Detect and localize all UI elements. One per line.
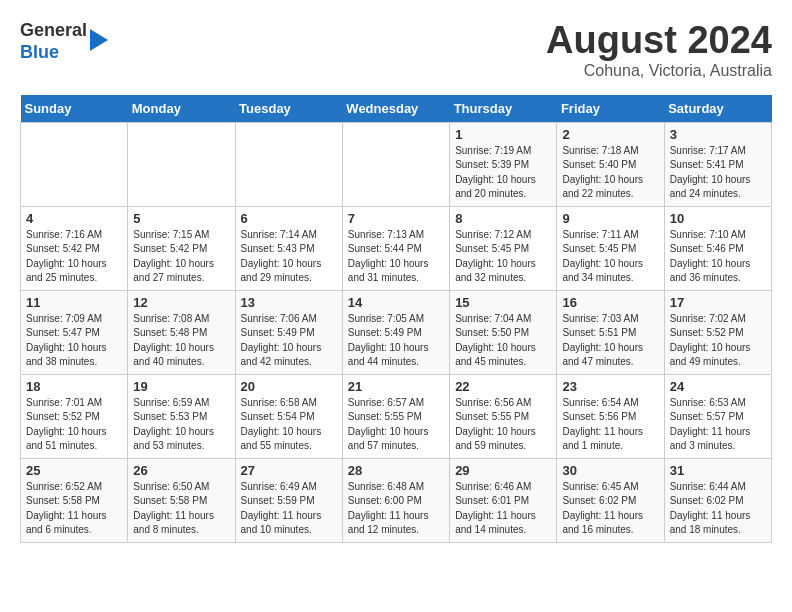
day-number: 5	[133, 211, 229, 226]
day-info: Sunrise: 7:02 AM Sunset: 5:52 PM Dayligh…	[670, 312, 766, 370]
calendar-cell: 17Sunrise: 7:02 AM Sunset: 5:52 PM Dayli…	[664, 290, 771, 374]
calendar-cell: 9Sunrise: 7:11 AM Sunset: 5:45 PM Daylig…	[557, 206, 664, 290]
day-number: 15	[455, 295, 551, 310]
day-number: 19	[133, 379, 229, 394]
day-number: 20	[241, 379, 337, 394]
calendar-cell: 7Sunrise: 7:13 AM Sunset: 5:44 PM Daylig…	[342, 206, 449, 290]
day-number: 26	[133, 463, 229, 478]
day-number: 2	[562, 127, 658, 142]
day-info: Sunrise: 6:48 AM Sunset: 6:00 PM Dayligh…	[348, 480, 444, 538]
calendar-cell: 25Sunrise: 6:52 AM Sunset: 5:58 PM Dayli…	[21, 458, 128, 542]
day-number: 18	[26, 379, 122, 394]
calendar-cell	[128, 122, 235, 206]
logo: General Blue	[20, 20, 108, 63]
calendar-cell: 27Sunrise: 6:49 AM Sunset: 5:59 PM Dayli…	[235, 458, 342, 542]
day-header-monday: Monday	[128, 95, 235, 123]
day-header-friday: Friday	[557, 95, 664, 123]
calendar-week-row: 25Sunrise: 6:52 AM Sunset: 5:58 PM Dayli…	[21, 458, 772, 542]
calendar-cell: 14Sunrise: 7:05 AM Sunset: 5:49 PM Dayli…	[342, 290, 449, 374]
calendar-cell: 28Sunrise: 6:48 AM Sunset: 6:00 PM Dayli…	[342, 458, 449, 542]
calendar-cell	[21, 122, 128, 206]
day-info: Sunrise: 7:19 AM Sunset: 5:39 PM Dayligh…	[455, 144, 551, 202]
day-header-saturday: Saturday	[664, 95, 771, 123]
day-info: Sunrise: 6:53 AM Sunset: 5:57 PM Dayligh…	[670, 396, 766, 454]
day-info: Sunrise: 6:59 AM Sunset: 5:53 PM Dayligh…	[133, 396, 229, 454]
day-number: 28	[348, 463, 444, 478]
calendar-cell: 5Sunrise: 7:15 AM Sunset: 5:42 PM Daylig…	[128, 206, 235, 290]
day-number: 1	[455, 127, 551, 142]
calendar-table: SundayMondayTuesdayWednesdayThursdayFrid…	[20, 95, 772, 543]
calendar-cell	[235, 122, 342, 206]
day-number: 13	[241, 295, 337, 310]
day-info: Sunrise: 6:44 AM Sunset: 6:02 PM Dayligh…	[670, 480, 766, 538]
day-number: 8	[455, 211, 551, 226]
day-info: Sunrise: 7:11 AM Sunset: 5:45 PM Dayligh…	[562, 228, 658, 286]
day-number: 31	[670, 463, 766, 478]
calendar-week-row: 4Sunrise: 7:16 AM Sunset: 5:42 PM Daylig…	[21, 206, 772, 290]
day-info: Sunrise: 7:16 AM Sunset: 5:42 PM Dayligh…	[26, 228, 122, 286]
day-number: 16	[562, 295, 658, 310]
day-number: 14	[348, 295, 444, 310]
day-number: 10	[670, 211, 766, 226]
calendar-cell	[342, 122, 449, 206]
day-info: Sunrise: 6:54 AM Sunset: 5:56 PM Dayligh…	[562, 396, 658, 454]
day-header-sunday: Sunday	[21, 95, 128, 123]
calendar-week-row: 18Sunrise: 7:01 AM Sunset: 5:52 PM Dayli…	[21, 374, 772, 458]
calendar-cell: 1Sunrise: 7:19 AM Sunset: 5:39 PM Daylig…	[450, 122, 557, 206]
day-info: Sunrise: 7:06 AM Sunset: 5:49 PM Dayligh…	[241, 312, 337, 370]
logo-blue: Blue	[20, 42, 59, 62]
day-number: 25	[26, 463, 122, 478]
calendar-cell: 18Sunrise: 7:01 AM Sunset: 5:52 PM Dayli…	[21, 374, 128, 458]
day-number: 6	[241, 211, 337, 226]
title-block: August 2024 Cohuna, Victoria, Australia	[546, 20, 772, 80]
day-info: Sunrise: 6:46 AM Sunset: 6:01 PM Dayligh…	[455, 480, 551, 538]
day-info: Sunrise: 7:13 AM Sunset: 5:44 PM Dayligh…	[348, 228, 444, 286]
calendar-cell: 8Sunrise: 7:12 AM Sunset: 5:45 PM Daylig…	[450, 206, 557, 290]
calendar-cell: 26Sunrise: 6:50 AM Sunset: 5:58 PM Dayli…	[128, 458, 235, 542]
calendar-header-row: SundayMondayTuesdayWednesdayThursdayFrid…	[21, 95, 772, 123]
day-info: Sunrise: 7:05 AM Sunset: 5:49 PM Dayligh…	[348, 312, 444, 370]
location-subtitle: Cohuna, Victoria, Australia	[546, 62, 772, 80]
day-header-tuesday: Tuesday	[235, 95, 342, 123]
calendar-week-row: 11Sunrise: 7:09 AM Sunset: 5:47 PM Dayli…	[21, 290, 772, 374]
day-number: 23	[562, 379, 658, 394]
day-info: Sunrise: 6:52 AM Sunset: 5:58 PM Dayligh…	[26, 480, 122, 538]
logo-general: General	[20, 20, 87, 40]
day-number: 17	[670, 295, 766, 310]
day-info: Sunrise: 6:56 AM Sunset: 5:55 PM Dayligh…	[455, 396, 551, 454]
day-info: Sunrise: 7:03 AM Sunset: 5:51 PM Dayligh…	[562, 312, 658, 370]
calendar-cell: 12Sunrise: 7:08 AM Sunset: 5:48 PM Dayli…	[128, 290, 235, 374]
day-number: 22	[455, 379, 551, 394]
day-number: 21	[348, 379, 444, 394]
day-info: Sunrise: 7:17 AM Sunset: 5:41 PM Dayligh…	[670, 144, 766, 202]
day-number: 4	[26, 211, 122, 226]
day-info: Sunrise: 6:58 AM Sunset: 5:54 PM Dayligh…	[241, 396, 337, 454]
day-info: Sunrise: 7:09 AM Sunset: 5:47 PM Dayligh…	[26, 312, 122, 370]
day-header-wednesday: Wednesday	[342, 95, 449, 123]
calendar-cell: 29Sunrise: 6:46 AM Sunset: 6:01 PM Dayli…	[450, 458, 557, 542]
calendar-cell: 11Sunrise: 7:09 AM Sunset: 5:47 PM Dayli…	[21, 290, 128, 374]
calendar-cell: 15Sunrise: 7:04 AM Sunset: 5:50 PM Dayli…	[450, 290, 557, 374]
calendar-cell: 4Sunrise: 7:16 AM Sunset: 5:42 PM Daylig…	[21, 206, 128, 290]
day-info: Sunrise: 7:04 AM Sunset: 5:50 PM Dayligh…	[455, 312, 551, 370]
day-header-thursday: Thursday	[450, 95, 557, 123]
day-info: Sunrise: 7:18 AM Sunset: 5:40 PM Dayligh…	[562, 144, 658, 202]
day-number: 11	[26, 295, 122, 310]
day-info: Sunrise: 7:14 AM Sunset: 5:43 PM Dayligh…	[241, 228, 337, 286]
month-year-title: August 2024	[546, 20, 772, 62]
day-number: 24	[670, 379, 766, 394]
calendar-cell: 16Sunrise: 7:03 AM Sunset: 5:51 PM Dayli…	[557, 290, 664, 374]
day-info: Sunrise: 6:57 AM Sunset: 5:55 PM Dayligh…	[348, 396, 444, 454]
page-header: General Blue August 2024 Cohuna, Victori…	[20, 20, 772, 80]
calendar-cell: 20Sunrise: 6:58 AM Sunset: 5:54 PM Dayli…	[235, 374, 342, 458]
day-number: 29	[455, 463, 551, 478]
day-info: Sunrise: 7:10 AM Sunset: 5:46 PM Dayligh…	[670, 228, 766, 286]
calendar-cell: 23Sunrise: 6:54 AM Sunset: 5:56 PM Dayli…	[557, 374, 664, 458]
calendar-cell: 3Sunrise: 7:17 AM Sunset: 5:41 PM Daylig…	[664, 122, 771, 206]
calendar-cell: 6Sunrise: 7:14 AM Sunset: 5:43 PM Daylig…	[235, 206, 342, 290]
day-number: 27	[241, 463, 337, 478]
day-number: 30	[562, 463, 658, 478]
day-info: Sunrise: 6:45 AM Sunset: 6:02 PM Dayligh…	[562, 480, 658, 538]
day-info: Sunrise: 7:08 AM Sunset: 5:48 PM Dayligh…	[133, 312, 229, 370]
calendar-cell: 19Sunrise: 6:59 AM Sunset: 5:53 PM Dayli…	[128, 374, 235, 458]
